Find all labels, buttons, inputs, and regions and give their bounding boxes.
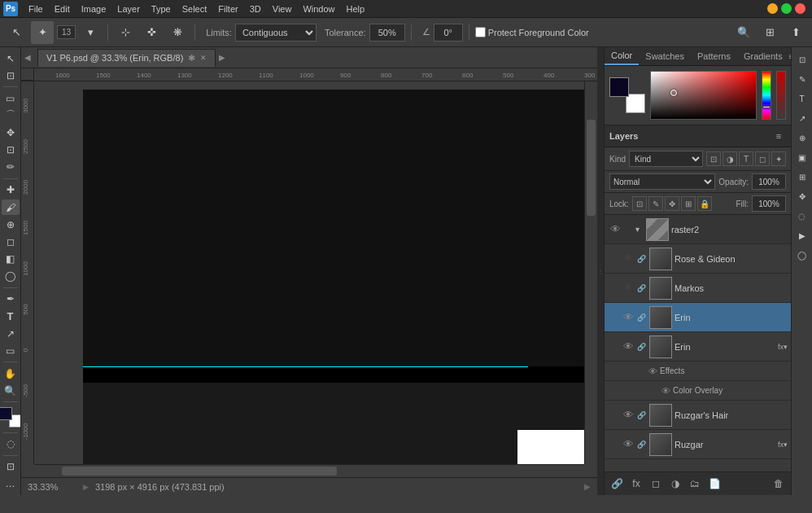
menu-type[interactable]: Type <box>146 2 177 15</box>
healing-tool[interactable]: ✚ <box>2 182 20 198</box>
add-mask-btn[interactable]: ◻ <box>647 475 665 493</box>
lock-image-icon[interactable]: ✎ <box>648 196 663 211</box>
kind-select[interactable]: KindNameEffect <box>629 151 703 167</box>
tolerance-input[interactable] <box>369 24 405 42</box>
lock-transparent-icon[interactable]: ⊡ <box>632 196 647 211</box>
visibility-toggle[interactable]: 👁 <box>608 222 622 237</box>
search-btn[interactable]: 🔍 <box>732 21 755 44</box>
menu-layer[interactable]: Layer <box>111 2 146 15</box>
layers-list[interactable]: 👁 ▼ raster2 👁 🔗 Rose & Gideon <box>605 215 791 471</box>
brush-tool[interactable]: 🖌 <box>2 200 20 215</box>
visibility-toggle[interactable]: 👁 <box>621 437 635 452</box>
zoom-tool[interactable]: 🔍 <box>2 383 20 398</box>
filter-shape-icon[interactable]: ◻ <box>755 151 770 166</box>
fg-color-swatch[interactable] <box>0 407 12 420</box>
expand-right-icon[interactable]: ▶ <box>219 53 229 62</box>
scroll-thumb-v[interactable] <box>587 120 596 216</box>
visibility-toggle[interactable]: 👁 <box>621 281 635 296</box>
filter-smart-icon[interactable]: ✦ <box>771 151 786 166</box>
filter-pixel-icon[interactable]: ⊡ <box>706 151 721 166</box>
canvas-scrollbar-vertical[interactable] <box>584 81 597 464</box>
visibility-toggle[interactable]: 👁 <box>621 252 635 266</box>
lock-all-icon[interactable]: 🔒 <box>697 196 712 211</box>
right-tool-8[interactable]: ✥ <box>793 187 811 205</box>
sample-btn-3[interactable]: ❋ <box>166 21 189 44</box>
color-gradient-picker[interactable] <box>650 71 757 120</box>
filter-adjustment-icon[interactable]: ◑ <box>723 151 737 166</box>
menu-3d[interactable]: 3D <box>244 2 267 15</box>
layer-link-icon[interactable]: 🔗 <box>635 343 647 351</box>
tab-patterns[interactable]: Patterns <box>691 48 737 64</box>
menu-image[interactable]: Image <box>76 2 112 15</box>
new-group-btn[interactable]: 🗂 <box>686 475 704 493</box>
right-tool-3[interactable]: T <box>793 90 811 107</box>
right-tool-2[interactable]: ✎ <box>793 70 811 88</box>
delete-layer-btn[interactable]: 🗑 <box>770 475 788 493</box>
layer-item-group[interactable]: 👁 ▼ raster2 <box>605 215 791 244</box>
type-tool[interactable]: T <box>2 309 20 324</box>
protect-fg-label[interactable]: Protect Foreground Color <box>475 27 589 37</box>
protect-fg-checkbox[interactable] <box>475 27 486 37</box>
visibility-toggle[interactable]: 👁 <box>621 340 635 354</box>
scroll-right-icon[interactable]: ▶ <box>584 482 591 491</box>
tab-swatches[interactable]: Swatches <box>639 48 691 64</box>
layer-link-icon[interactable]: 🔗 <box>635 255 647 263</box>
object-select-tool[interactable]: ✥ <box>2 125 20 141</box>
minimize-button[interactable] <box>767 3 778 14</box>
canvas-scrollbar-horizontal[interactable] <box>34 464 584 477</box>
canvas-tab[interactable]: V1 P6.psd @ 33.3% (Erin, RGB/8) ✱ ✕ <box>37 49 216 67</box>
hand-tool[interactable]: ✋ <box>2 366 20 381</box>
collapse-left-icon[interactable]: ◀ <box>24 53 34 62</box>
right-tool-7[interactable]: ⊞ <box>793 168 811 186</box>
menu-edit[interactable]: Edit <box>49 2 76 15</box>
shapes-tool[interactable]: ▭ <box>2 343 20 358</box>
effect-vis-toggle[interactable]: 👁 <box>645 364 660 379</box>
filter-type-icon[interactable]: T <box>739 151 753 166</box>
fg-bg-swatches[interactable] <box>609 77 645 113</box>
share-btn[interactable]: ⬆ <box>784 21 807 44</box>
layer-link-icon[interactable]: 🔗 <box>635 411 647 419</box>
angle-input[interactable] <box>434 24 463 42</box>
dodge-tool[interactable]: ◯ <box>2 269 20 284</box>
expand-toggle[interactable]: ▼ <box>634 226 644 234</box>
layer-expand-btn[interactable]: ▾ <box>784 343 788 351</box>
sample-btn-2[interactable]: ✜ <box>140 21 163 44</box>
tab-close-btn[interactable]: ✕ <box>200 54 207 62</box>
extra-tools-btn[interactable]: … <box>2 476 20 492</box>
layer-item-rose-gideon[interactable]: 👁 🔗 Rose & Gideon <box>605 244 791 274</box>
document-canvas[interactable] <box>83 90 584 464</box>
fg-bg-color[interactable] <box>0 407 21 427</box>
tool-select-icon[interactable]: ↖ <box>5 21 28 44</box>
layer-item-ruzgar-hair[interactable]: 👁 🔗 Ruzgar's Hair <box>605 401 791 430</box>
artboard-tool[interactable]: ⊡ <box>2 68 20 83</box>
effects-group-item[interactable]: 👁 Effects <box>605 362 791 381</box>
lasso-tool[interactable]: ⌒ <box>2 107 20 123</box>
workspace-btn[interactable]: ⊞ <box>758 21 781 44</box>
canvas-content[interactable] <box>34 81 584 464</box>
right-tool-6[interactable]: ▣ <box>793 148 811 166</box>
right-tool-5[interactable]: ⊕ <box>793 129 811 147</box>
eraser-tool[interactable]: ◻ <box>2 234 20 249</box>
blend-mode-select[interactable]: NormalMultiplyScreen <box>609 173 715 190</box>
screen-mode-btn[interactable]: ⊡ <box>2 459 20 475</box>
panel-collapse-handle[interactable]: ⋮ <box>597 47 604 495</box>
eyedropper-tool[interactable]: ✏ <box>2 160 20 175</box>
layer-item-erin-active[interactable]: 👁 🔗 Erin <box>605 303 791 332</box>
new-layer-btn[interactable]: 📄 <box>705 475 723 493</box>
move-tool[interactable]: ↖ <box>2 50 20 66</box>
add-style-btn[interactable]: fx <box>627 475 645 493</box>
lock-artboard-icon[interactable]: ⊞ <box>681 196 696 211</box>
crop-tool[interactable]: ⊡ <box>2 142 20 158</box>
right-tool-11[interactable]: ◯ <box>793 246 811 264</box>
tab-color[interactable]: Color <box>605 47 639 65</box>
layer-item-markos[interactable]: 👁 🔗 Markos <box>605 274 791 303</box>
canvas-wrapper[interactable]: 3000 2500 2000 1500 1000 500 0 -500 -100… <box>21 81 597 477</box>
quick-mask-tool[interactable]: ◌ <box>2 436 20 452</box>
marquee-tool[interactable]: ▭ <box>2 90 20 106</box>
new-fill-btn[interactable]: ◑ <box>666 475 684 493</box>
alpha-bar[interactable] <box>776 71 786 120</box>
menu-window[interactable]: Window <box>297 2 340 15</box>
brush-dropdown-icon[interactable]: ▾ <box>79 21 102 44</box>
clone-tool[interactable]: ⊕ <box>2 217 20 232</box>
right-tool-4[interactable]: ↗ <box>793 109 811 127</box>
